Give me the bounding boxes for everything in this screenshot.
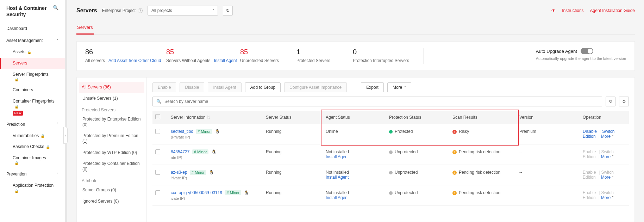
filter-unsafe-servers[interactable]: Unsafe Servers (1)	[82, 93, 142, 104]
sidebar-asset-management[interactable]: Asset Management ˄	[0, 35, 65, 47]
tab-servers[interactable]: Servers	[76, 22, 94, 35]
severity-tag: # Minor	[225, 190, 241, 195]
risk-icon: !	[452, 171, 457, 175]
auto-upgrade-toggle[interactable]	[581, 48, 593, 54]
chevron-up-icon: ˄	[57, 39, 58, 43]
stat-protected: 1 Protected Servers	[296, 48, 353, 63]
install-agent-row-link[interactable]: Install Agent	[326, 195, 349, 200]
sidebar-item-container-images[interactable]: Container Images🔒	[0, 153, 65, 168]
more-button[interactable]: More ˅	[387, 82, 411, 92]
eye-icon: 👁	[551, 8, 556, 13]
install-agent-button[interactable]: Install Agent	[208, 82, 241, 92]
sidebar-prediction[interactable]: Prediction ˄	[0, 118, 65, 130]
toolbar: Enable Disable Install Agent Add to Grou…	[152, 82, 629, 92]
col-version[interactable]: Version	[517, 111, 580, 124]
refresh-table-button[interactable]: ↻	[606, 97, 615, 106]
status-dot-icon	[389, 150, 393, 154]
main: Servers Enterprise Project ? All project…	[67, 0, 644, 222]
chevron-down-icon: ˅	[612, 155, 614, 159]
settings-button[interactable]: ⚙	[619, 97, 629, 106]
server-name-link[interactable]: sectest_tibo	[171, 129, 193, 134]
install-agent-row-link[interactable]: Install Agent	[326, 175, 349, 180]
col-server-status[interactable]: Server Status	[263, 111, 323, 124]
enterprise-project-select[interactable]: All projects ˅	[148, 6, 218, 16]
search-icon[interactable]: 🔍	[53, 5, 58, 10]
sidebar-prevention[interactable]: Prevention ˄	[0, 168, 65, 180]
sidebar-item-app-protection[interactable]: Application Protection 🔒	[0, 180, 65, 197]
risk-icon: !	[452, 130, 457, 134]
search-input[interactable]: 🔍	[152, 97, 602, 106]
col-server-info[interactable]: Server Information ⇅	[168, 111, 263, 124]
filter-all-servers[interactable]: All Servers (86)	[79, 82, 144, 93]
sidebar-item-servers[interactable]: Servers	[0, 58, 65, 69]
sidebar-title: Host & Container Security	[6, 5, 53, 18]
chevron-down-icon: ˅	[612, 175, 614, 179]
col-protection-status[interactable]: Protection Status	[386, 111, 450, 124]
filter-server-groups[interactable]: Server Groups (0)	[82, 185, 142, 196]
export-button[interactable]: Export	[361, 82, 384, 92]
operation-cell: Disable|Switch Edition|More ˅	[580, 124, 629, 144]
sidebar-item-server-fingerprints[interactable]: Server Fingerprints 🔒	[0, 69, 65, 85]
agent-install-guide-link[interactable]: Agent Installation Guide	[590, 8, 635, 13]
severity-tag: # Minor	[190, 170, 206, 175]
row-checkbox[interactable]	[155, 170, 160, 175]
lock-icon: 🔒	[46, 145, 50, 149]
enable-button[interactable]: Enable	[152, 82, 176, 92]
instructions-link[interactable]: Instructions	[562, 8, 583, 13]
op-more-link[interactable]: More ˅	[601, 154, 614, 159]
configure-importance-button[interactable]: Configure Asset Importance	[284, 82, 347, 92]
col-agent-status[interactable]: Agent Status	[323, 111, 386, 124]
agent-status: Not installedInstall Agent	[323, 165, 386, 185]
select-all-checkbox[interactable]	[155, 114, 160, 119]
protection-status: Unprotected	[386, 185, 450, 206]
add-to-group-button[interactable]: Add to Group	[245, 82, 281, 92]
disable-button[interactable]: Disable	[180, 82, 204, 92]
server-name-link[interactable]: az-s3-ep	[171, 170, 187, 175]
server-name-link[interactable]: cce-apig-y00500069-03119	[171, 190, 222, 195]
server-name-link[interactable]: 84354727	[171, 149, 189, 154]
sidebar-collapse-handle[interactable]: ‹	[63, 127, 68, 144]
refresh-button[interactable]: ↻	[223, 6, 233, 16]
lock-icon: 🔒	[27, 50, 31, 55]
scan-results: !Pending risk detection	[450, 144, 517, 165]
server-status: Running	[263, 124, 323, 144]
install-agent-row-link[interactable]: Install Agent	[326, 154, 349, 159]
filter-ignored-servers[interactable]: Ignored Servers (0)	[82, 196, 142, 207]
search-field[interactable]	[164, 99, 598, 104]
protection-status: Unprotected	[386, 165, 450, 185]
col-operation: Operation	[580, 111, 629, 124]
add-asset-link[interactable]: Add Asset from Other Cloud	[108, 58, 161, 63]
stat-without-agents: 85 Servers Without Agents Install Agent	[166, 48, 240, 63]
filter-by-wtp[interactable]: Protected by WTP Edition (0)	[82, 147, 142, 159]
table-panel: Enable Disable Install Agent Add to Grou…	[147, 77, 635, 222]
op-more-link[interactable]: More ˅	[601, 175, 614, 180]
filter-by-premium[interactable]: Protected by Premium Edition (1)	[82, 130, 142, 147]
help-icon[interactable]: ?	[138, 8, 143, 13]
scan-results: !Pending risk detection	[450, 165, 517, 185]
table-row: 84354727 # Minor 🐧 ate IP) Running Not i…	[152, 144, 629, 165]
version: --	[517, 165, 580, 185]
op-disable-link[interactable]: Disable	[583, 129, 597, 134]
sidebar-dashboard[interactable]: Dashboard	[0, 23, 65, 35]
col-scan-results[interactable]: Scan Results	[450, 111, 517, 124]
row-checkbox[interactable]	[155, 149, 160, 154]
filter-by-enterprise[interactable]: Protected by Enterprise Edition (0)	[82, 114, 142, 130]
op-more-link[interactable]: More ˅	[601, 195, 614, 200]
row-checkbox[interactable]	[155, 129, 160, 134]
sidebar-item-baseline[interactable]: Baseline Checks🔒	[0, 141, 65, 153]
severity-tag: # Minor	[196, 129, 212, 134]
scan-results: !Risky	[450, 124, 517, 144]
sidebar-item-containers[interactable]: Containers	[0, 85, 65, 96]
chevron-down-icon: ˅	[612, 135, 614, 138]
server-ip: ivate IP)	[171, 196, 260, 201]
sidebar-item-vulnerabilities[interactable]: Vulnerabilities🔒	[0, 130, 65, 142]
sidebar-item-container-fingerprints[interactable]: Container Fingerprints 🔒 NEW	[0, 96, 65, 118]
sidebar-item-assets[interactable]: Assets🔒	[0, 47, 65, 58]
server-status: Running	[263, 185, 323, 206]
filter-by-container[interactable]: Protected by Container Edition (0)	[82, 158, 142, 175]
op-more-link[interactable]: More ˅	[601, 134, 614, 139]
install-agent-link[interactable]: Install Agent	[214, 58, 237, 63]
chevron-down-icon: ˅	[612, 196, 614, 200]
chevron-down-icon: ˅	[212, 9, 214, 13]
row-checkbox[interactable]	[155, 190, 160, 195]
